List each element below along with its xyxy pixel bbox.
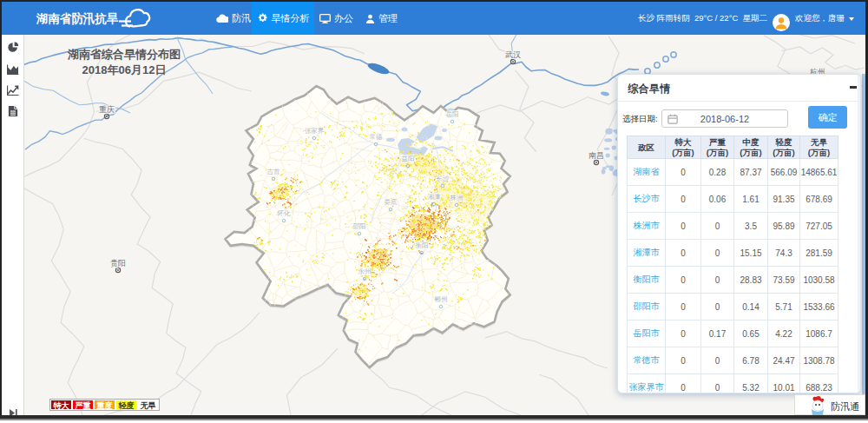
svg-text:怀化: 怀化	[277, 209, 292, 217]
svg-text:重庆: 重庆	[99, 105, 115, 114]
svg-text:南昌: 南昌	[589, 151, 604, 160]
svg-text:武汉: 武汉	[505, 50, 521, 59]
svg-text:贵阳: 贵阳	[110, 259, 126, 268]
svg-text:长沙: 长沙	[436, 175, 450, 182]
svg-text:株洲: 株洲	[450, 194, 464, 202]
svg-text:永州: 永州	[358, 268, 372, 275]
svg-text:岳阳: 岳阳	[446, 110, 459, 118]
svg-text:邵阳: 邵阳	[353, 222, 366, 230]
svg-text:湘潭: 湘潭	[427, 193, 442, 201]
svg-text:衡阳: 衡阳	[416, 241, 429, 249]
svg-text:娄底: 娄底	[385, 198, 398, 206]
svg-text:张家界: 张家界	[305, 127, 325, 135]
svg-text:常德: 常德	[370, 133, 384, 141]
svg-text:益阳: 益阳	[402, 155, 415, 162]
svg-text:郴州: 郴州	[435, 295, 448, 303]
svg-text:吉首: 吉首	[267, 168, 281, 175]
